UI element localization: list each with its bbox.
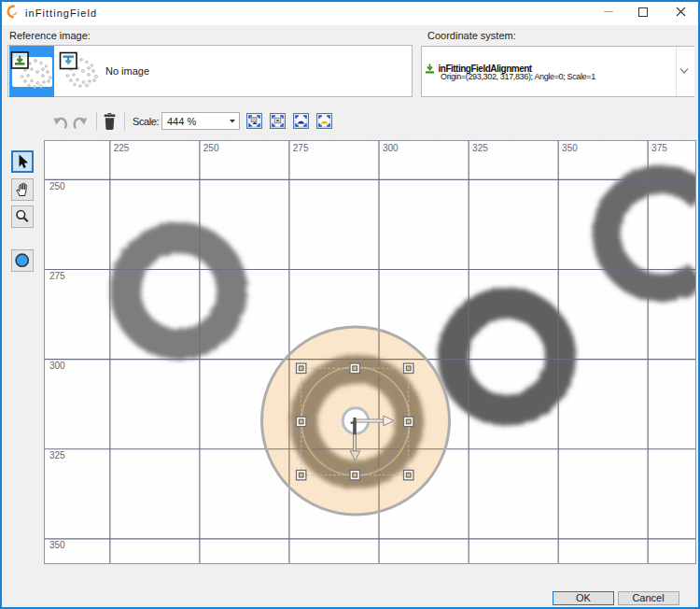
svg-text:350: 350 (562, 143, 578, 153)
svg-text:300: 300 (49, 361, 65, 371)
svg-text:300: 300 (383, 143, 399, 153)
svg-text:275: 275 (49, 271, 65, 281)
svg-text:250: 250 (49, 181, 65, 191)
svg-text:375: 375 (651, 143, 667, 153)
svg-text:325: 325 (472, 143, 488, 153)
svg-text:225: 225 (114, 143, 130, 153)
svg-text:325: 325 (49, 450, 65, 460)
svg-text:250: 250 (203, 143, 219, 153)
svg-text:350: 350 (49, 540, 65, 550)
svg-text:275: 275 (293, 143, 309, 153)
